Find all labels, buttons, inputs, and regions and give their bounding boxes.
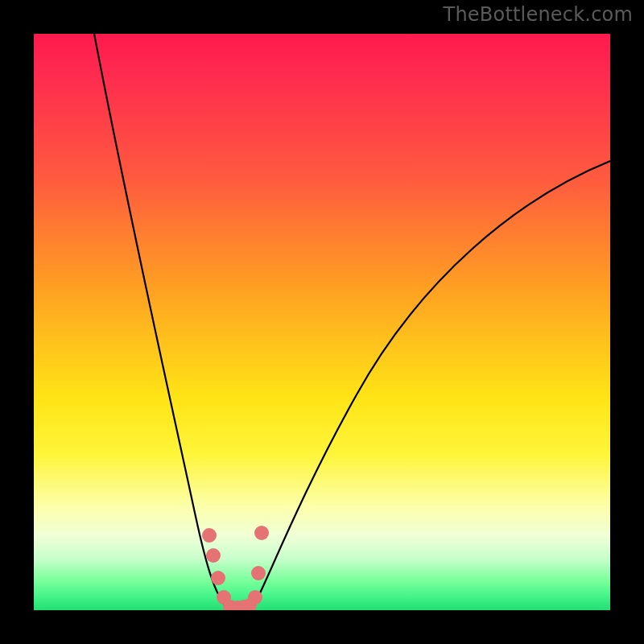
outer-frame: TheBottleneck.com <box>0 0 644 644</box>
valley-dots <box>202 526 269 610</box>
chart-svg <box>34 34 610 610</box>
plot-area <box>34 34 610 610</box>
svg-point-1 <box>206 548 221 563</box>
svg-point-0 <box>202 528 217 543</box>
svg-point-10 <box>254 526 269 540</box>
watermark-text: TheBottleneck.com <box>444 3 633 26</box>
curve-left <box>94 34 227 608</box>
svg-point-8 <box>248 590 262 605</box>
svg-point-9 <box>251 566 266 580</box>
curve-right <box>253 161 610 608</box>
svg-point-2 <box>211 571 225 585</box>
